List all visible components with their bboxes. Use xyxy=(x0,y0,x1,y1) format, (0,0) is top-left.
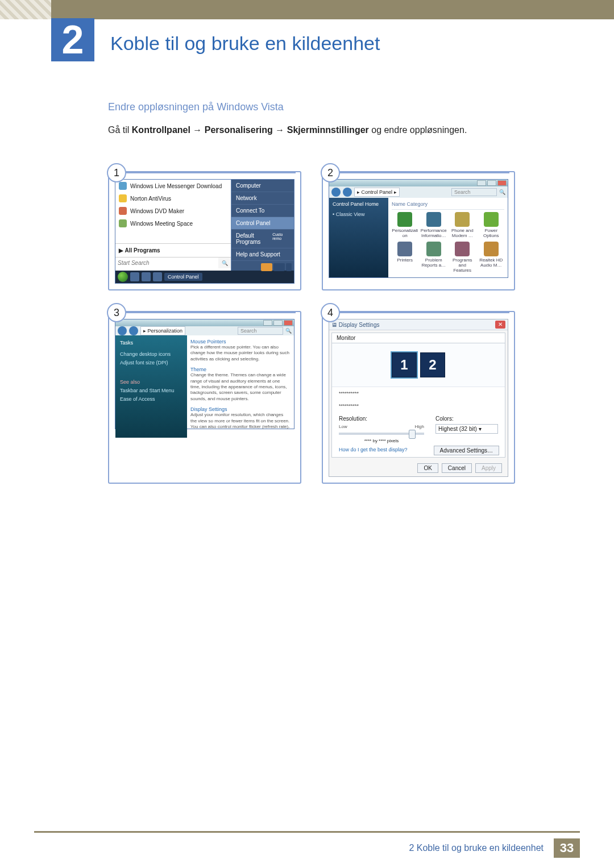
start-item[interactable]: Windows DVD Maker xyxy=(115,205,231,217)
personalization-item[interactable]: ThemeChange the theme. Themes can change… xyxy=(190,367,291,402)
monitor-name-line: ********** xyxy=(332,400,505,412)
resolution-value: **** by **** pixels xyxy=(339,438,424,443)
side-link[interactable]: Change desktop icons xyxy=(120,351,182,357)
cp-home-link[interactable]: Control Panel Home xyxy=(333,201,385,207)
start-search-input[interactable] xyxy=(115,258,218,268)
cancel-button[interactable]: Cancel xyxy=(442,463,472,473)
monitor-2[interactable]: 2 xyxy=(420,352,445,377)
cp-icon[interactable]: Problem Reports a… xyxy=(421,242,447,274)
search-input[interactable]: Search xyxy=(451,188,497,196)
cp-icon[interactable]: Power Options xyxy=(478,212,505,239)
figure-4: 4 🖥 Display Settings ✕ Monitor 1 2 *****… xyxy=(322,311,515,484)
side-link[interactable]: Ease of Access xyxy=(120,396,182,402)
close-icon[interactable]: ✕ xyxy=(495,321,505,329)
cp-icon[interactable]: Performance Informatio… xyxy=(421,212,447,239)
see-also-label: See also xyxy=(120,379,182,385)
search-input[interactable]: Search xyxy=(238,327,283,335)
start-menu-window: Windows Live Messenger Download Norton A… xyxy=(115,179,294,284)
colors-select[interactable]: Highest (32 bit) ▾ xyxy=(435,424,498,434)
start-right-item[interactable]: Computer xyxy=(231,180,294,192)
maximize-icon[interactable] xyxy=(273,320,283,326)
side-link[interactable]: Taskbar and Start Menu xyxy=(120,388,182,393)
start-right-item[interactable]: Default ProgramsCusto remo xyxy=(231,230,294,248)
close-icon[interactable] xyxy=(497,180,507,186)
figure-badge: 1 xyxy=(107,163,126,182)
nav-back-icon[interactable] xyxy=(331,188,341,197)
lock-icon[interactable] xyxy=(273,263,285,271)
start-orb-icon[interactable] xyxy=(118,272,128,282)
chevron-icon[interactable] xyxy=(286,263,292,271)
resolution-slider[interactable] xyxy=(339,433,424,435)
personalization-window: ▸ Personalization Search 🔍 Tasks Change … xyxy=(115,319,294,429)
figure-badge: 2 xyxy=(321,163,340,182)
power-icon[interactable] xyxy=(261,263,272,271)
colors-label: Colors: xyxy=(435,416,498,422)
cp-icon[interactable]: Personalizati on xyxy=(392,212,418,239)
start-right-item[interactable]: Connect To xyxy=(231,205,294,217)
minimize-icon[interactable] xyxy=(263,320,272,326)
help-link[interactable]: How do I get the best display? xyxy=(332,447,414,457)
chapter-number: 2 xyxy=(51,18,94,61)
cp-icon[interactable]: Realtek HD Audio M… xyxy=(478,242,505,274)
all-programs[interactable]: ▶ All Programs xyxy=(115,243,231,257)
grid-header: Name Category xyxy=(392,201,504,210)
search-icon[interactable]: 🔍 xyxy=(218,258,231,268)
display-settings-window: 🖥 Display Settings ✕ Monitor 1 2 *******… xyxy=(329,319,508,477)
personalization-item[interactable]: Mouse PointersPick a different mouse poi… xyxy=(190,339,291,362)
taskbar-icon[interactable] xyxy=(153,272,162,281)
taskbar-icon[interactable] xyxy=(130,272,139,281)
start-item[interactable]: Windows Meeting Space xyxy=(115,217,231,230)
control-panel-window: ▸ Control Panel ▸ Search 🔍 Control Panel… xyxy=(329,179,508,278)
figure-3: 3 ▸ Personalization Search 🔍 Tasks xyxy=(108,311,301,484)
start-item[interactable]: Norton AntiVirus xyxy=(115,192,231,205)
monitor-1[interactable]: 1 xyxy=(392,352,417,377)
breadcrumb[interactable]: ▸ Control Panel ▸ xyxy=(354,188,400,197)
advanced-settings-button[interactable]: Advanced Settings… xyxy=(434,446,499,455)
figure-1: 1 Windows Live Messenger Download Norton… xyxy=(108,171,301,290)
tab-monitor[interactable]: Monitor xyxy=(332,333,505,343)
section-title: Endre oppløsningen på Windows Vista xyxy=(108,101,546,113)
minimize-icon[interactable] xyxy=(477,180,486,186)
close-icon[interactable] xyxy=(284,320,293,326)
nav-back-icon[interactable] xyxy=(118,326,127,335)
start-item[interactable]: Windows Live Messenger Download xyxy=(115,180,231,192)
window-title: 🖥 Display Settings xyxy=(331,322,379,328)
side-link[interactable]: Adjust font size (DPI) xyxy=(120,360,182,366)
search-icon[interactable]: 🔍 xyxy=(499,189,505,195)
taskbar-controlpanel[interactable]: Control Panel xyxy=(164,273,202,281)
taskbar-icon[interactable] xyxy=(142,272,151,281)
nav-fwd-icon[interactable] xyxy=(129,326,138,335)
section-body: Gå til Kontrollpanel → Personalisering →… xyxy=(108,123,546,137)
figure-badge: 3 xyxy=(107,303,126,322)
cp-icon[interactable]: Programs and Features xyxy=(449,242,476,274)
nav-fwd-icon[interactable] xyxy=(343,188,352,197)
maximize-icon[interactable] xyxy=(487,180,496,186)
start-right-item[interactable]: Help and Support xyxy=(231,248,294,261)
cp-icon[interactable]: Printers xyxy=(392,242,418,274)
monitor-name-line: ********** xyxy=(332,387,505,400)
ok-button[interactable]: OK xyxy=(417,463,438,473)
header-hatching xyxy=(0,0,51,19)
cp-icon[interactable]: Phone and Modem … xyxy=(449,212,476,239)
figure-2: 2 ▸ Control Panel ▸ Search 🔍 Control Pa xyxy=(322,171,515,290)
header-band xyxy=(51,0,614,19)
classic-view-link[interactable]: • Classic View xyxy=(333,211,385,217)
figure-badge: 4 xyxy=(321,303,340,322)
search-icon[interactable]: 🔍 xyxy=(285,328,292,334)
resolution-label: Resolution: xyxy=(339,416,424,422)
personalization-item[interactable]: Display SettingsAdjust your monitor reso… xyxy=(190,406,291,430)
tasks-label: Tasks xyxy=(120,340,182,346)
chapter-title: Koble til og bruke en kildeenhet xyxy=(110,32,380,55)
start-right-item[interactable]: Network xyxy=(231,192,294,205)
breadcrumb[interactable]: ▸ Personalization xyxy=(140,326,185,335)
start-right-item-controlpanel[interactable]: Control Panel xyxy=(231,217,294,230)
apply-button[interactable]: Apply xyxy=(475,463,502,473)
